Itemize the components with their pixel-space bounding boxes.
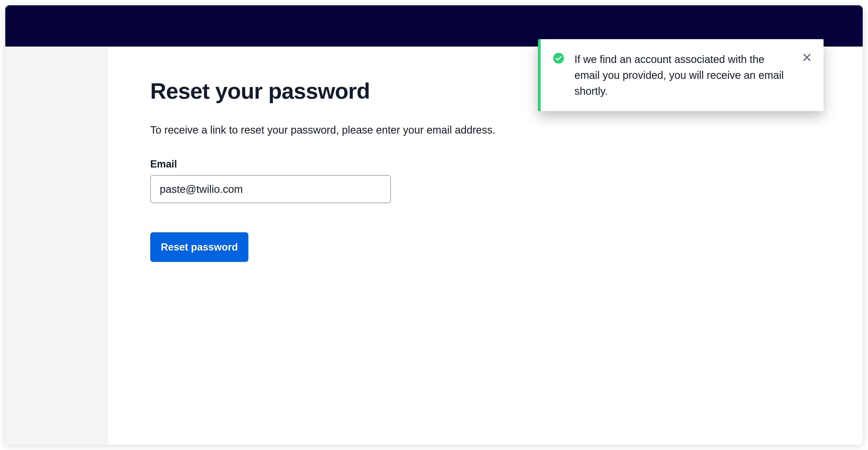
email-label: Email — [150, 158, 820, 170]
toast-message: If we find an account associated with th… — [575, 51, 791, 99]
instruction-text: To receive a link to reset your password… — [150, 122, 820, 137]
reset-password-button[interactable]: Reset password — [150, 232, 248, 262]
app-window: Reset your password To receive a link to… — [5, 5, 863, 445]
svg-point-0 — [553, 53, 564, 63]
toast-success: If we find an account associated with th… — [538, 39, 824, 111]
sidebar-spacer — [5, 47, 108, 445]
check-circle-icon — [553, 52, 564, 64]
email-field[interactable] — [150, 175, 391, 203]
close-icon[interactable] — [801, 51, 813, 63]
